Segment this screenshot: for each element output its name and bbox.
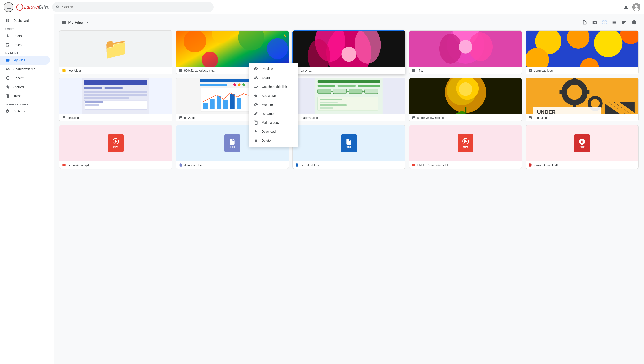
settings-icon (6, 109, 10, 114)
grid-view-button[interactable] (600, 18, 609, 27)
file-card-demotextfile[interactable]: TXT demotextfile.txt (292, 125, 405, 169)
sidebar-item-my-files[interactable]: My Files (0, 56, 50, 64)
sidebar-label-dashboard: Dashboard (14, 19, 29, 22)
upload-file-button[interactable] (580, 18, 589, 27)
search-input[interactable] (62, 5, 210, 9)
file-card-pm1[interactable]: pm1.png (59, 78, 172, 122)
context-label-get-link: Get shareable link (262, 85, 287, 88)
svg-rect-59 (318, 89, 331, 94)
svg-rect-43 (200, 84, 227, 86)
context-item-download[interactable]: Download (249, 127, 298, 136)
sidebar-label-trash: Trash (14, 94, 21, 98)
new-folder-button[interactable] (590, 18, 599, 27)
file-name-under: under.png (534, 116, 547, 120)
svg-point-20 (439, 34, 462, 64)
sidebar-label-users: Users (14, 34, 22, 38)
file-name-flo: _flo... (417, 69, 424, 72)
file-info-download-jpeg: download.jpeg (526, 66, 638, 74)
file-card-laravel-pdf[interactable]: PDF laravel_tutorial.pdf (526, 125, 638, 169)
file-card-new-folder[interactable]: 📁 new folder (59, 30, 172, 74)
sidebar-item-roles[interactable]: Roles (0, 40, 50, 49)
context-item-rename[interactable]: Rename (249, 109, 298, 118)
sort-button[interactable] (620, 18, 629, 27)
sidebar-section-admin: Admin Settings (0, 100, 54, 107)
logo[interactable]: L LaravelDrive (16, 4, 49, 11)
svg-rect-34 (84, 91, 147, 93)
sidebar-item-settings[interactable]: Settings (0, 107, 50, 116)
svg-rect-60 (333, 89, 347, 94)
doc-type-icon (179, 163, 182, 167)
context-item-make-copy[interactable]: Make a copy (249, 118, 298, 127)
file-card-yellow-rose[interactable]: single-yellow-rose.jpg (409, 78, 522, 122)
avatar[interactable] (632, 3, 640, 11)
file-grid: 📁 new folder (59, 30, 638, 169)
file-thumb-daisy (293, 31, 405, 66)
move-icon (254, 102, 258, 107)
svg-point-22 (459, 40, 472, 54)
list-view-button[interactable] (610, 18, 619, 27)
delete-icon (254, 138, 258, 143)
context-label-make-copy: Make a copy (262, 121, 279, 124)
file-info-new-folder: new folder (60, 66, 172, 74)
sidebar-label-settings: Settings (14, 110, 25, 113)
context-label-download: Download (262, 130, 276, 133)
image-type-icon-flo (412, 68, 415, 72)
layout: Dashboard Users Users Roles My Drive My … (0, 14, 644, 364)
main-content: My Files (54, 14, 644, 364)
files-title-button[interactable]: My Files (59, 18, 92, 27)
sidebar: Dashboard Users Users Roles My Drive My … (0, 14, 54, 364)
file-card-download-jpeg[interactable]: download.jpeg (526, 30, 638, 74)
svg-point-9 (267, 38, 288, 59)
svg-rect-53 (237, 98, 241, 110)
menu-button[interactable] (4, 2, 14, 12)
sidebar-section-my-drive: My Drive (0, 49, 54, 56)
sidebar-item-shared[interactable]: Shared with me (0, 64, 50, 74)
sidebar-item-recent[interactable]: Recent (0, 74, 50, 82)
sidebar-item-trash[interactable]: Trash (0, 92, 50, 100)
sidebar-label-shared: Shared with me (14, 67, 35, 71)
file-card-demo-video[interactable]: MP4 demo-video.mp4 (59, 125, 172, 169)
svg-text:UNDER: UNDER (537, 109, 556, 114)
folder-type-icon (62, 68, 66, 72)
svg-rect-82 (573, 102, 576, 107)
svg-point-15 (341, 47, 357, 62)
sidebar-item-dashboard[interactable]: Dashboard (0, 16, 50, 25)
search-icon (56, 5, 60, 10)
context-item-share[interactable]: Share (249, 73, 298, 82)
sidebar-item-starred[interactable]: Starred (0, 82, 50, 92)
mp4-type-icon (62, 163, 66, 167)
svg-rect-68 (320, 102, 338, 103)
svg-rect-48 (203, 103, 207, 110)
context-item-preview[interactable]: Preview (249, 64, 298, 73)
file-thumb-demo-video: MP4 (60, 125, 172, 161)
file-info-yellow-rose: single-yellow-rose.jpg (409, 114, 522, 121)
svg-rect-58 (358, 85, 380, 86)
svg-rect-70 (320, 107, 333, 109)
file-name-demotextfile: demotextfile.txt (301, 164, 320, 167)
file-thumb-demotextfile: TXT (293, 125, 405, 161)
svg-rect-36 (84, 97, 129, 99)
file-card-roadmap[interactable]: roadmap.png (292, 78, 405, 122)
file-card-daisy[interactable]: daisy-p... (292, 30, 405, 74)
notifications-button[interactable] (621, 3, 630, 12)
file-info-roadmap: roadmap.png (293, 114, 405, 121)
sidebar-item-users[interactable]: Users (0, 32, 50, 40)
file-card-under[interactable]: UNDER CONSTRUCTION under.png (526, 78, 638, 122)
topbar-actions (611, 3, 640, 12)
files-dropdown-icon (85, 20, 90, 25)
info-button[interactable] (630, 18, 638, 27)
context-item-get-link[interactable]: Get shareable link (249, 82, 298, 91)
file-info-under: under.png (526, 114, 638, 121)
file-card-flo[interactable]: _flo... (409, 30, 522, 74)
svg-point-86 (591, 99, 600, 108)
context-item-add-star[interactable]: Add a star (249, 91, 298, 100)
file-card-emit[interactable]: MP4 EMIT__Connections_Pl... (409, 125, 522, 169)
svg-point-44 (233, 84, 236, 86)
topbar: L LaravelDrive (0, 0, 644, 14)
file-info-daisy: daisy-p... (293, 66, 405, 74)
context-item-delete[interactable]: Delete (249, 136, 298, 145)
context-item-move-to[interactable]: Move to (249, 100, 298, 109)
logo-text: LaravelDrive (24, 4, 49, 10)
add-star-icon (254, 94, 258, 98)
apps-button[interactable] (611, 3, 620, 12)
